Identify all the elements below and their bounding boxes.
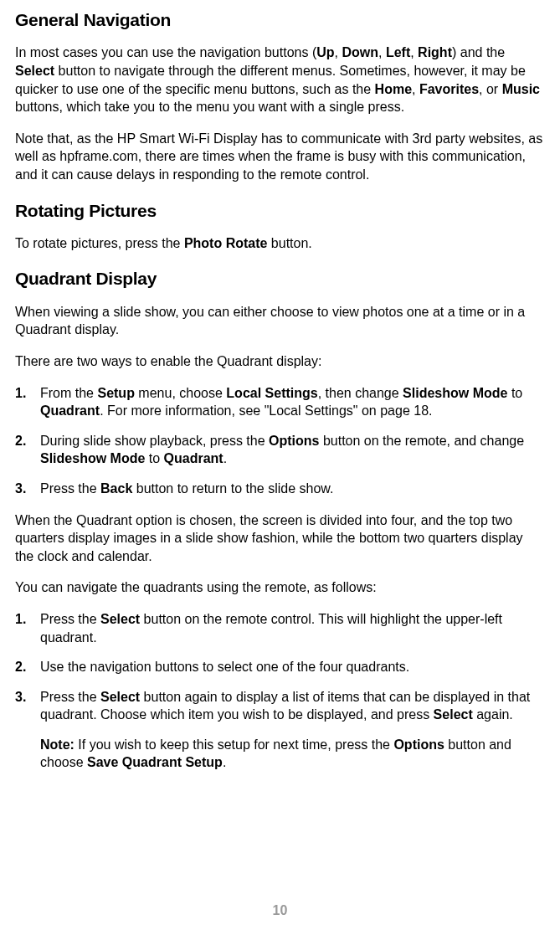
text: button. xyxy=(267,236,311,250)
bold-favorites: Favorites xyxy=(419,82,479,96)
bold-save-quadrant-setup: Save Quadrant Setup xyxy=(87,755,223,769)
text: , xyxy=(410,45,418,59)
text: button to return to the slide show. xyxy=(132,481,333,496)
text: again. xyxy=(473,707,513,722)
text: to xyxy=(145,451,163,465)
bold-select: Select xyxy=(15,64,54,78)
list-item: From the Setup menu, choose Local Settin… xyxy=(15,384,545,420)
text: menu, choose xyxy=(135,386,226,400)
text: . xyxy=(223,755,226,769)
bold-photo-rotate: Photo Rotate xyxy=(184,236,268,250)
heading-rotating-pictures: Rotating Pictures xyxy=(15,199,545,223)
paragraph: When the Quadrant option is chosen, the … xyxy=(15,511,545,566)
text: Use the navigation buttons to select one… xyxy=(40,660,409,674)
bold-local-settings: Local Settings xyxy=(226,386,317,400)
bold-back: Back xyxy=(100,481,132,496)
bold-slideshow-mode: Slideshow Mode xyxy=(403,386,507,400)
text: , xyxy=(412,82,419,96)
text: button on the remote, and change xyxy=(319,434,524,448)
heading-quadrant-display: Quadrant Display xyxy=(15,267,545,290)
list-item: Press the Select button on the remote co… xyxy=(15,610,545,646)
paragraph: In most cases you can use the navigation… xyxy=(15,44,545,116)
text: During slide show playback, press the xyxy=(40,434,269,448)
ordered-list: Press the Select button on the remote co… xyxy=(15,610,545,772)
text: . xyxy=(223,451,227,465)
bold-select: Select xyxy=(100,612,140,626)
text: ) and the xyxy=(452,45,505,59)
bold-right: Right xyxy=(418,45,452,59)
bold-music: Music xyxy=(502,82,540,96)
bold-setup: Setup xyxy=(97,386,134,400)
bold-down: Down xyxy=(342,45,378,59)
bold-options: Options xyxy=(393,737,444,752)
paragraph: When viewing a slide show, you can eithe… xyxy=(15,303,545,339)
ordered-list: From the Setup menu, choose Local Settin… xyxy=(15,384,545,498)
text: From the xyxy=(40,386,97,400)
text: In most cases you can use the navigation… xyxy=(15,45,316,59)
list-item: Press the Back button to return to the s… xyxy=(15,480,545,498)
paragraph: To rotate pictures, press the Photo Rota… xyxy=(15,234,545,253)
list-item: Press the Select button again to display… xyxy=(15,688,545,772)
text: , then change xyxy=(318,386,403,400)
bold-quadrant: Quadrant xyxy=(40,403,100,418)
text: , xyxy=(378,45,386,59)
bold-up: Up xyxy=(316,45,334,59)
text: buttons, which take you to the menu you … xyxy=(15,100,404,114)
note: Note: If you wish to keep this setup for… xyxy=(40,736,545,772)
list-item: During slide show playback, press the Op… xyxy=(15,432,545,468)
page-number: 10 xyxy=(0,902,560,920)
paragraph: You can navigate the quadrants using the… xyxy=(15,578,545,597)
bold-select: Select xyxy=(434,707,473,722)
paragraph: Note that, as the HP Smart Wi-Fi Display… xyxy=(15,130,545,184)
bold-options: Options xyxy=(269,434,319,448)
text: to xyxy=(507,386,522,400)
bold-quadrant: Quadrant xyxy=(164,451,223,465)
text: Press the xyxy=(40,612,100,626)
list-item: Use the navigation buttons to select one… xyxy=(15,658,545,676)
bold-slideshow-mode: Slideshow Mode xyxy=(40,451,145,465)
heading-general-navigation: General Navigation xyxy=(15,8,545,32)
bold-left: Left xyxy=(386,45,410,59)
bold-note: Note: xyxy=(40,737,74,752)
text: Press the xyxy=(40,690,100,704)
bold-home: Home xyxy=(375,82,412,96)
bold-select: Select xyxy=(100,690,140,704)
text: To rotate pictures, press the xyxy=(15,236,184,250)
text: , or xyxy=(479,82,502,96)
paragraph: There are two ways to enable the Quadran… xyxy=(15,352,545,371)
text: If you wish to keep this setup for next … xyxy=(74,737,394,752)
text: . For more information, see "Local Setti… xyxy=(100,403,432,418)
text: Press the xyxy=(40,481,100,496)
